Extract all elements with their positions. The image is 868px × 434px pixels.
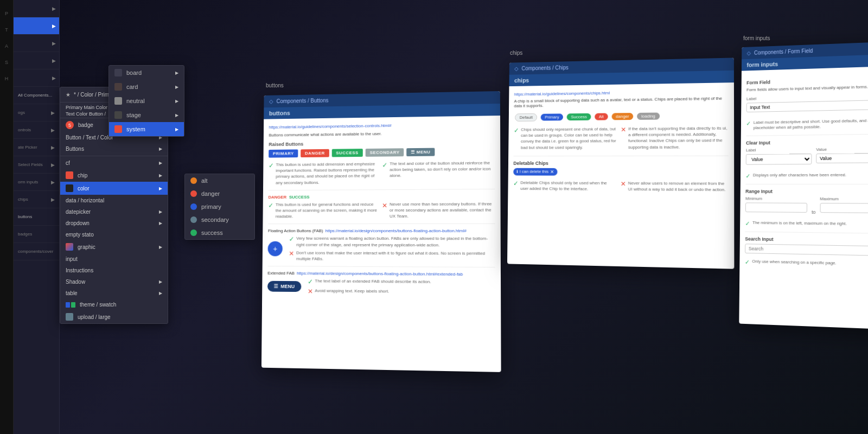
menu-item-empty-state[interactable]: empty stato [60, 229, 168, 240]
ext-fab-url[interactable]: https://material.io/design/components/bu… [297, 271, 463, 277]
menu-item-input[interactable]: input [60, 253, 168, 265]
system-secondary[interactable]: secondary [185, 213, 254, 226]
menu-item-shadow[interactable]: Shadow ▶ [60, 276, 168, 288]
chip-success[interactable]: Success [567, 113, 591, 120]
menu-item-chip[interactable]: chip ▶ [60, 169, 168, 182]
submenu-stage[interactable]: stage ▶ [109, 108, 184, 122]
chips-check-row: ✓ Chips should only represent one chunk … [514, 125, 729, 151]
sidebar-item-ogs[interactable]: ogs▶ [14, 104, 59, 122]
secondary-button[interactable]: SECONDARY [366, 148, 404, 157]
chips-url[interactable]: https://material.io/guidelines/component… [514, 91, 610, 97]
menu-item-instructions[interactable]: Instructions [60, 265, 168, 276]
ext-fab-row: ☰ MENU ✓ The text label of an extended F… [267, 278, 495, 297]
val-check-icon4: ✓ [745, 259, 750, 266]
value-input[interactable] [816, 153, 868, 163]
chip-loading[interactable]: loading [637, 112, 660, 119]
val-check-icon3: ✓ [745, 220, 750, 227]
sidebar-item-nt1[interactable]: ▶ [14, 0, 59, 17]
sidebar-item-cover[interactable]: components/cover [14, 243, 59, 260]
menu-item-cf[interactable]: cf ▶ [60, 157, 168, 169]
chip-danger[interactable]: danger [611, 113, 634, 120]
arrow-icon: ▶ [159, 146, 162, 151]
system-success[interactable]: success [185, 226, 254, 239]
sidebar-item-rial[interactable]: ▶ [14, 69, 59, 87]
buttons-url[interactable]: https://material.io/guidelines/component… [269, 123, 392, 130]
edge-letter-s: S [5, 60, 8, 65]
sidebar-item-datepicker[interactable]: ate Picker▶ [14, 139, 59, 156]
chip-primary[interactable]: Primary [540, 113, 563, 120]
menu-item-label: Instructions [66, 267, 93, 273]
edge-letter-t: T [5, 27, 8, 33]
ext-fab-button[interactable]: ☰ MENU [267, 281, 301, 292]
menu-item-color[interactable]: color ▶ [60, 182, 168, 195]
sidebar-item-nt2[interactable]: ▶ [14, 52, 59, 69]
system-primary[interactable]: primary [185, 200, 254, 213]
max-field-group: Maximum [820, 196, 868, 213]
arrow-icon: ▶ [175, 71, 178, 75]
sidebar-item-chips[interactable]: chips▶ [14, 191, 59, 208]
label-input[interactable] [746, 100, 868, 112]
search-input[interactable] [745, 244, 868, 256]
menu-item-datepicker[interactable]: datepicker ▶ [60, 206, 168, 218]
menu-item-upload[interactable]: upload / large [60, 310, 168, 323]
val-text3: The minimum is on the left, maximum on t… [752, 220, 847, 227]
fab-url[interactable]: https://material.io/design/components/bu… [326, 228, 467, 233]
check-icon-good2: ✓ [382, 161, 387, 170]
clear-value-select[interactable]: Value [746, 154, 812, 165]
min-input[interactable] [745, 202, 807, 213]
fab-button[interactable]: + [268, 241, 283, 256]
form-inputs-card: ◇ Components / Form Field form inputs Fo… [739, 42, 868, 329]
primary-color [190, 203, 197, 210]
submenu-system[interactable]: system ▶ [109, 122, 184, 136]
upload-icon [66, 313, 73, 321]
sidebar-item-buttons[interactable]: buttons [14, 208, 59, 226]
submenu-card[interactable]: card ▶ [109, 80, 184, 94]
color-submenu: board ▶ card ▶ neutral ▶ stage ▶ system … [108, 65, 184, 137]
menu-item-graphic[interactable]: graphic ▶ [60, 240, 168, 253]
chip-default[interactable]: Default [515, 113, 537, 122]
menu-item-data[interactable]: data / horizontal [60, 195, 168, 206]
menu-item-table[interactable]: table ▶ [60, 288, 168, 299]
card-color [114, 83, 122, 91]
max-input[interactable] [820, 203, 868, 213]
secondary-check-row: ✓ This button is used for general functi… [268, 201, 495, 220]
range-input-row: Minimum to Maximum [745, 196, 868, 219]
secondary-good-check: ✓ This button is used for general functi… [268, 201, 378, 220]
sidebar-item-es[interactable]: ▶ [14, 35, 59, 52]
deletable-check-row: ✓ Deletable Chips should only be used wh… [513, 180, 729, 193]
sidebar-item-form[interactable]: orm inputs▶ [14, 174, 59, 191]
chips-bad-icon: ✕ [621, 126, 626, 133]
sidebar-item-badges[interactable]: badges [14, 226, 59, 243]
chips-desc: A chip is a small block of supporting da… [514, 96, 728, 108]
val-text2: Displays only after characters have been… [753, 173, 846, 178]
deletable-chip[interactable]: ℹ I can delete this ✕ [513, 168, 557, 176]
menu-item-dropdown[interactable]: dropdown ▶ [60, 218, 168, 229]
chip-delete-icon[interactable]: ✕ [550, 169, 554, 175]
success-button[interactable]: SUCCESS [331, 149, 362, 157]
sidebar-item-all[interactable]: All Components... [14, 87, 59, 104]
form-divider3 [745, 231, 868, 233]
danger-button[interactable]: DANGER [301, 149, 329, 157]
danger-color [190, 190, 197, 197]
submenu-neutral[interactable]: neutral ▶ [109, 94, 184, 108]
menu-item-theme-swatch[interactable]: theme / swatch [60, 299, 168, 310]
alt-color [190, 177, 197, 184]
chip-alt[interactable]: Alt [595, 113, 608, 120]
primary-button[interactable]: PRIMARY [269, 149, 298, 157]
check-icon-good: ✓ [269, 162, 274, 169]
submenu-board[interactable]: board ▶ [109, 66, 184, 80]
fab-good-icon: ✓ [289, 235, 295, 243]
val-text4: Only use when searching on a specific pa… [752, 259, 836, 266]
system-alt[interactable]: alt [185, 174, 254, 187]
section-divider [269, 189, 495, 190]
arrow-icon: ▶ [159, 209, 162, 214]
clear-validation: ✓ Displays only after characters have be… [745, 172, 868, 180]
buttons-card-path: Components / Buttons [276, 98, 328, 104]
sidebar-item-active[interactable]: ▶ [14, 17, 59, 35]
sidebar-item-select[interactable]: Select Fields▶ [14, 156, 59, 174]
arrow-icon: ▶ [159, 161, 162, 165]
menu-button[interactable]: ☰ MENU [406, 148, 435, 156]
system-danger[interactable]: danger [185, 187, 254, 200]
menu-item-buttons[interactable]: Buttons ▶ [60, 143, 168, 155]
sidebar-item-controls[interactable]: ontrols▶ [14, 122, 59, 139]
